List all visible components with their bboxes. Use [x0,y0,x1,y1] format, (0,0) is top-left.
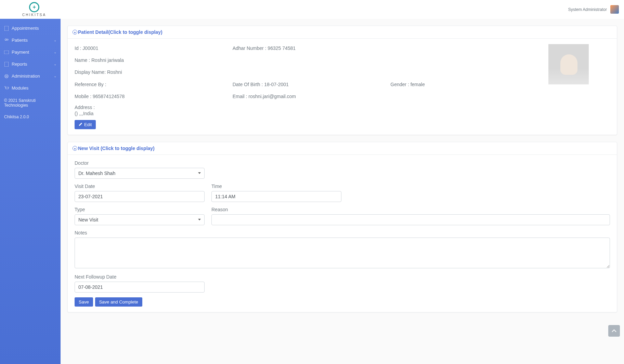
new-visit-card: ▲ New Visit (Click to toggle display) Do… [67,142,617,312]
patient-adhar: Adhar Number : 96325 74581 [233,44,384,53]
edit-icon [79,122,83,127]
notes-label: Notes [75,230,610,235]
reason-input[interactable] [211,214,610,225]
admin-label[interactable]: System Administrator [568,7,607,12]
sidebar-item-label: Administration [12,73,40,79]
sidebar-item-label: Payment [12,50,29,55]
cart-icon [4,86,9,91]
edit-button[interactable]: Edit [75,120,96,129]
gear-icon [4,74,9,79]
sidebar-item-payment[interactable]: Payment ⌄ [0,46,61,58]
svg-rect-0 [4,26,9,31]
doctor-label: Doctor [75,160,205,166]
document-icon [4,26,9,31]
sidebar: Appointments Patients ⌄ Payment ⌄ [0,19,61,364]
doctor-select[interactable]: Dr. Mahesh Shah [75,168,205,179]
svg-rect-3 [4,51,9,54]
logo-icon [29,2,39,12]
sidebar-item-patients[interactable]: Patients ⌄ [0,34,61,46]
svg-point-5 [5,75,8,78]
svg-point-2 [7,39,8,40]
top-header: CHIKITSA System Administrator [0,0,624,19]
time-input[interactable] [211,191,341,202]
patient-detail-card: ▲ Patient Detail(Click to toggle display… [67,26,617,135]
chevron-down-icon: ⌄ [54,38,56,42]
users-icon [4,38,9,43]
sidebar-item-reports[interactable]: Reports ⌄ [0,58,61,70]
arrow-up-icon: ▲ [73,30,77,35]
arrow-up-icon: ▲ [73,146,77,151]
chevron-up-icon [612,328,616,334]
visit-date-label: Visit Date [75,184,205,189]
svg-rect-4 [4,62,9,67]
chevron-down-icon: ⌄ [54,74,56,78]
patient-mobile: Mobile : 965874124578 [75,92,226,101]
chevron-down-icon: ⌄ [54,50,56,54]
visit-date-input[interactable] [75,191,205,202]
new-visit-header: New Visit (Click to toggle display) [78,146,155,151]
patient-id: Id : J00001 [75,44,226,53]
save-complete-button[interactable]: Save and Complete [95,297,142,307]
sidebar-item-appointments[interactable]: Appointments [0,22,61,34]
type-select[interactable]: New Visit [75,214,205,225]
patient-gender: Gender : female [390,80,542,89]
patient-photo [548,44,589,84]
sidebar-item-administration[interactable]: Administration ⌄ [0,70,61,82]
payment-icon [4,50,9,55]
followup-input[interactable] [75,282,205,293]
new-visit-toggle[interactable]: ▲ New Visit (Click to toggle display) [68,142,617,155]
patient-email: Email : roshni.jari@gmail.com [233,92,384,101]
svg-point-1 [5,39,7,40]
scroll-to-top-button[interactable] [608,325,620,337]
time-label: Time [211,184,341,189]
logo[interactable]: CHIKITSA [22,2,46,17]
copyright-text: © 2021 Sanskruti Technologies [4,98,56,108]
logo-text: CHIKITSA [22,13,46,17]
patient-dob: Date Of Birth : 18-07-2001 [233,80,384,89]
patient-name: Name : Roshni jariwala [75,56,542,65]
patient-reference: Reference By : [75,80,226,89]
save-button[interactable]: Save [75,297,93,307]
sidebar-item-label: Patients [12,38,28,43]
sidebar-item-label: Reports [12,62,27,67]
version-text: Chikitsa 2.0.0 [4,114,56,119]
notes-textarea[interactable] [75,238,610,268]
main-content: ▲ Patient Detail(Click to toggle display… [61,19,624,364]
patient-detail-header: Patient Detail(Click to toggle display) [78,29,162,35]
patient-display-name: Display Name: Roshni [75,68,542,77]
patient-photo-container [548,44,610,84]
sidebar-item-label: Appointments [12,26,39,31]
reason-label: Reason [211,207,610,212]
type-label: Type [75,207,205,212]
sidebar-item-label: Modules [12,85,28,91]
patient-address: Address : () ,,,India [75,104,542,117]
sidebar-item-modules[interactable]: Modules [0,82,61,94]
svg-point-6 [6,76,7,77]
chevron-down-icon: ⌄ [54,62,56,66]
document-icon [4,62,9,67]
patient-detail-toggle[interactable]: ▲ Patient Detail(Click to toggle display… [68,26,617,39]
user-avatar-icon[interactable] [610,5,619,14]
followup-label: Next Followup Date [75,274,205,280]
